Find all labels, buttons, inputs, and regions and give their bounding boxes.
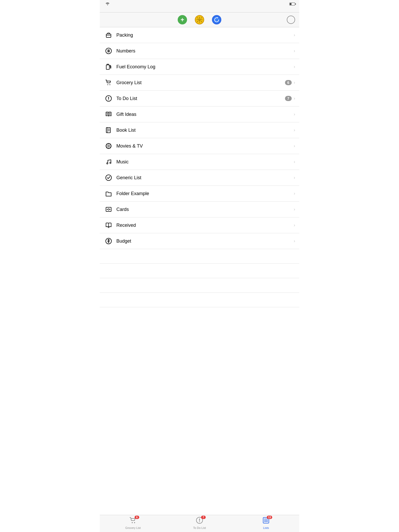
packing-label: Packing	[116, 32, 294, 38]
help-button[interactable]	[287, 16, 295, 24]
svg-point-15	[108, 209, 109, 210]
grocery-chevron: ›	[294, 80, 295, 85]
list-item-numbers[interactable]: Numbers›	[100, 43, 299, 59]
tab-spacer	[100, 307, 299, 328]
list-item-giftideas[interactable]: Gift Ideas›	[100, 107, 299, 122]
svg-point-5	[110, 84, 110, 85]
list-item-cards[interactable]: Cards›	[100, 202, 299, 217]
status-bar	[100, 0, 299, 7]
received-chevron: ›	[294, 223, 295, 228]
folderexample-chevron: ›	[294, 191, 295, 196]
help-area	[287, 16, 295, 24]
giftideas-chevron: ›	[294, 112, 295, 117]
giftideas-label: Gift Ideas	[116, 112, 294, 117]
numbers-label: Numbers	[116, 48, 294, 54]
list-item-grocery[interactable]: Grocery List6›	[100, 75, 299, 91]
cards-icon	[104, 205, 113, 214]
list-item-moviestv[interactable]: Movies & TV›	[100, 138, 299, 154]
svg-rect-3	[106, 65, 109, 69]
numbers-icon	[104, 46, 113, 56]
folderexample-icon	[104, 189, 113, 198]
music-icon	[104, 157, 113, 167]
fuel-chevron: ›	[294, 64, 295, 69]
empty-row-3	[100, 293, 299, 307]
todo-chevron: ›	[294, 96, 295, 101]
list-item-genericlist[interactable]: Generic List›	[100, 170, 299, 186]
empty-row-2	[100, 278, 299, 293]
svg-rect-1	[106, 34, 111, 37]
todo-icon	[104, 94, 113, 103]
svg-point-13	[106, 175, 111, 181]
todo-badge: 7	[285, 96, 292, 101]
empty-rows	[100, 249, 299, 307]
list-item-music[interactable]: Music›	[100, 154, 299, 170]
svg-point-10	[108, 145, 109, 147]
list-container: Packing›Numbers›Fuel Economy Log›Grocery…	[100, 27, 299, 249]
budget-label: Budget	[116, 238, 294, 244]
budget-chevron: ›	[294, 239, 295, 243]
list-item-folderexample[interactable]: Folder Example›	[100, 186, 299, 202]
wifi-icon	[105, 2, 110, 6]
svg-point-4	[108, 84, 108, 85]
toolbar: +	[100, 12, 299, 27]
svg-point-7	[108, 99, 109, 100]
moviestv-icon	[104, 141, 113, 151]
list-item-fuel[interactable]: Fuel Economy Log›	[100, 59, 299, 75]
booklist-chevron: ›	[294, 128, 295, 132]
todo-label: To Do List	[116, 96, 285, 101]
settings-button[interactable]	[195, 15, 204, 24]
numbers-chevron: ›	[294, 49, 295, 53]
giftideas-icon	[104, 110, 113, 119]
empty-row-1	[100, 264, 299, 278]
received-icon	[104, 221, 113, 230]
add-list-button[interactable]: +	[178, 15, 187, 24]
booklist-icon	[104, 125, 113, 135]
status-right	[288, 3, 295, 5]
budget-icon	[104, 236, 113, 246]
music-chevron: ›	[294, 159, 295, 164]
moviestv-label: Movies & TV	[116, 143, 294, 149]
booklist-label: Book List	[116, 128, 294, 133]
cards-label: Cards	[116, 207, 294, 212]
list-item-budget[interactable]: Budget›	[100, 233, 299, 249]
empty-row-0	[100, 249, 299, 264]
list-item-booklist[interactable]: Book List›	[100, 122, 299, 138]
fuel-icon	[104, 62, 113, 71]
sync-button[interactable]	[212, 15, 221, 24]
packing-chevron: ›	[294, 33, 295, 37]
cards-chevron: ›	[294, 207, 295, 212]
svg-point-2	[106, 48, 111, 54]
grocery-badge: 6	[285, 80, 292, 85]
list-item-todo[interactable]: To Do List7›	[100, 91, 299, 107]
svg-point-0	[199, 19, 200, 21]
svg-point-12	[110, 162, 111, 164]
received-label: Received	[116, 223, 294, 228]
music-label: Music	[116, 159, 294, 165]
grocery-icon	[104, 78, 113, 87]
svg-rect-8	[106, 128, 110, 133]
list-item-packing[interactable]: Packing›	[100, 27, 299, 43]
packing-icon	[104, 30, 113, 40]
status-left	[104, 2, 110, 6]
svg-point-11	[107, 163, 108, 164]
genericlist-chevron: ›	[294, 175, 295, 180]
nav-bar	[100, 7, 299, 12]
grocery-label: Grocery List	[116, 80, 285, 85]
list-item-received[interactable]: Received›	[100, 217, 299, 233]
fuel-label: Fuel Economy Log	[116, 64, 294, 70]
moviestv-chevron: ›	[294, 144, 295, 148]
battery-icon	[289, 3, 295, 5]
genericlist-icon	[104, 173, 113, 182]
folderexample-label: Folder Example	[116, 191, 294, 196]
genericlist-label: Generic List	[116, 175, 294, 181]
